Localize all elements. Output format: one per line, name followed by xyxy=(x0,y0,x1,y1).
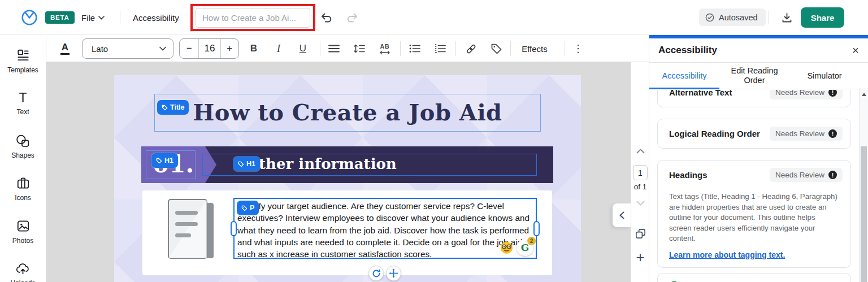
redo-button[interactable] xyxy=(345,11,359,25)
venngage-editor: BETA File Accessibility xyxy=(0,0,868,282)
panel-scrollbar[interactable] xyxy=(859,88,868,282)
effects-button[interactable]: Effects xyxy=(518,35,552,62)
section-banner: 01. H1 Gather information xyxy=(141,146,553,183)
p-tag-badge[interactable]: P xyxy=(237,201,259,215)
page-controls-strip: 1 of 1 + xyxy=(631,62,649,282)
accessibility-menu[interactable]: Accessibility xyxy=(133,0,179,35)
paragraph-textbox[interactable]: Identify your target audience. Are they … xyxy=(233,198,537,259)
bullet-list-button[interactable] xyxy=(407,35,423,62)
scrollbar-thumb[interactable] xyxy=(861,146,867,282)
needs-review-badge[interactable]: Needs Review ! xyxy=(770,127,843,141)
canvas-workspace: How to Create a Job Aid Title 01. xyxy=(46,62,649,282)
resize-handle-right[interactable] xyxy=(533,221,540,236)
undo-button[interactable] xyxy=(319,11,334,25)
panel-collapse-handle[interactable] xyxy=(613,203,631,227)
logical-reading-order-card[interactable]: Logical Reading Order Needs Review ! xyxy=(657,119,851,149)
paragraph-text: Identify your target audience. Are they … xyxy=(235,199,536,260)
panel-header: Accessibility × xyxy=(649,38,868,63)
alternative-text-card[interactable]: Alternative Text Needs Review ! xyxy=(657,90,851,107)
headings-description: Text tags (Title, Heading 1 - Heading 6,… xyxy=(658,189,850,244)
font-size-value[interactable]: 16 xyxy=(199,39,220,58)
more-options-button[interactable]: ⋮ xyxy=(571,35,585,62)
tab-edit-reading-order[interactable]: Edit Reading Order xyxy=(719,63,789,89)
h1-tag-badge[interactable]: H1 xyxy=(151,153,178,168)
chevron-up-icon xyxy=(636,149,645,154)
sidebar-item-photos[interactable]: Photos xyxy=(0,210,46,253)
link-button[interactable] xyxy=(462,35,479,62)
text-align-button[interactable] xyxy=(327,35,341,62)
learn-more-link[interactable]: Learn more about tagging text. xyxy=(658,244,850,267)
tab-simulator[interactable]: Simulator xyxy=(789,63,860,89)
font-size-stepper: − 16 + xyxy=(179,38,239,59)
needs-review-badge[interactable]: Needs Review ! xyxy=(770,90,843,99)
page-down-button[interactable] xyxy=(631,201,649,206)
photos-icon xyxy=(16,219,31,233)
tag-button[interactable] xyxy=(488,35,505,62)
bold-button[interactable]: B xyxy=(246,35,261,62)
bullet-list-icon xyxy=(409,44,420,53)
nerd-face-emoji-icon xyxy=(500,241,513,254)
section-heading: Gather information xyxy=(237,154,536,174)
move-button[interactable] xyxy=(386,266,401,281)
divider xyxy=(120,11,120,24)
headings-passed-card[interactable]: Headings are used hierarchically xyxy=(657,273,851,282)
top-bar: BETA File Accessibility xyxy=(0,0,868,35)
scroll-up-arrow-icon[interactable] xyxy=(862,93,866,96)
sidebar-item-text[interactable]: T Text xyxy=(0,83,46,125)
underline-button[interactable]: U xyxy=(296,35,310,62)
horizontal-arrows-icon xyxy=(379,50,390,55)
line-spacing-button[interactable] xyxy=(351,35,367,62)
format-toolbar: A Lato − 16 + B I U AB xyxy=(46,35,649,62)
headings-card[interactable]: Headings Needs Review ! Text tags (Title… xyxy=(657,160,851,268)
font-size-decrease-button[interactable]: − xyxy=(180,39,199,58)
add-page-button[interactable]: + xyxy=(631,249,649,266)
panel-tabs: Accessibility Edit Reading Order Simulat… xyxy=(649,63,860,89)
highlight-annotation-box xyxy=(190,4,315,31)
grammarly-alert-count: 2 xyxy=(527,237,536,245)
download-icon xyxy=(781,12,793,24)
sidebar-item-shapes[interactable]: Shapes xyxy=(0,125,46,168)
panel-title: Accessibility xyxy=(658,45,717,56)
divider xyxy=(400,41,401,56)
beta-badge: BETA xyxy=(45,11,75,24)
page-count-label: of 1 xyxy=(631,183,649,191)
sidebar-item-templates[interactable]: Templates xyxy=(0,40,46,83)
font-size-increase-button[interactable]: + xyxy=(220,39,238,58)
rotate-icon xyxy=(372,269,381,278)
numbered-list-button[interactable] xyxy=(432,35,448,62)
download-button[interactable] xyxy=(779,10,794,25)
divider xyxy=(510,41,511,56)
italic-button[interactable]: I xyxy=(271,35,286,62)
heading-textbox[interactable]: Gather information H1 xyxy=(202,154,537,176)
panel-content: Alternative Text Needs Review ! Logical … xyxy=(649,90,859,282)
title-tag-badge[interactable]: Title xyxy=(157,100,189,115)
text-color-button[interactable]: A xyxy=(55,35,75,62)
h1-tag-badge[interactable]: H1 xyxy=(233,157,260,171)
letter-spacing-button[interactable]: AB xyxy=(376,35,393,62)
autosaved-check-icon xyxy=(705,13,714,22)
line-spacing-icon xyxy=(353,44,366,54)
close-icon[interactable]: × xyxy=(852,45,859,56)
upload-cloud-icon xyxy=(15,261,31,276)
rotate-button[interactable] xyxy=(368,266,384,281)
grammarly-icon[interactable]: G 2 xyxy=(517,239,533,256)
title-textbox[interactable]: How to Create a Job Aid Title xyxy=(154,94,541,132)
document-illustration-icon xyxy=(163,198,219,263)
share-button[interactable]: Share xyxy=(801,7,844,28)
design-page[interactable]: How to Create a Job Aid Title 01. xyxy=(114,75,581,282)
current-page-indicator[interactable]: 1 xyxy=(633,165,648,180)
font-family-select[interactable]: Lato xyxy=(82,38,173,59)
divider xyxy=(320,41,320,56)
alert-count-icon: ! xyxy=(828,90,837,97)
file-menu[interactable]: File xyxy=(81,0,105,35)
venngage-logo-icon[interactable] xyxy=(21,9,38,26)
page-up-button[interactable] xyxy=(631,149,649,154)
tag-icon xyxy=(238,161,244,167)
needs-review-badge[interactable]: Needs Review ! xyxy=(770,168,843,182)
duplicate-page-button[interactable] xyxy=(631,228,649,240)
sidebar-item-uploads[interactable]: Uploads xyxy=(0,253,46,282)
tab-accessibility[interactable]: Accessibility xyxy=(649,63,719,89)
sidebar-item-icons[interactable]: Icons xyxy=(0,168,46,211)
text-color-swatch xyxy=(60,53,70,55)
resize-handle-left[interactable] xyxy=(231,221,237,236)
